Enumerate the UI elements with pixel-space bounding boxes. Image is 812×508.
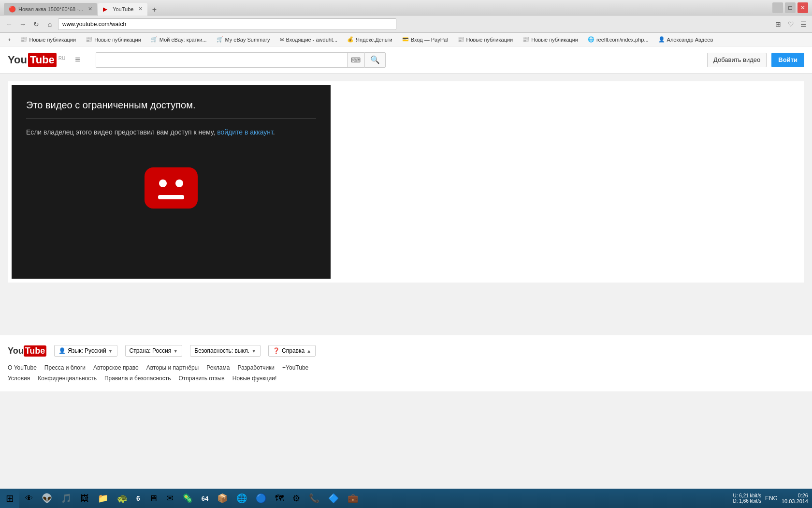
new-tab-button[interactable]: + <box>148 4 160 15</box>
svg-rect-0 <box>145 167 198 209</box>
bookmark-icon-10: 🌐 <box>588 36 594 43</box>
bookmark-10[interactable]: 🌐reefll.com/index.php... <box>584 35 652 44</box>
footer-link-rules[interactable]: Правила и безопасность <box>104 375 171 382</box>
safety-dropdown-arrow: ▼ <box>251 348 256 354</box>
youtube-header: YouTube RU ≡ ⌨ 🔍 Добавить видео Войти <box>0 46 812 74</box>
bookmark-icon-7: 💳 <box>402 36 409 43</box>
language-dropdown[interactable]: 👤 Язык: Русский ▼ <box>54 345 117 357</box>
footer-link-plus[interactable]: +YouTube <box>282 364 308 371</box>
bookmark-icon-5: ✉ <box>280 36 284 43</box>
footer-link-terms[interactable]: Условия <box>8 375 30 382</box>
country-dropdown[interactable]: Страна: Россия ▼ <box>125 345 183 357</box>
tab-close-1[interactable]: ✕ <box>88 6 92 12</box>
tab-inactive[interactable]: 🔴 Новая аква 1500*60*68 -... ✕ <box>4 3 97 15</box>
address-icons: ⊞ ♡ ☰ <box>773 19 808 29</box>
footer-logo: YouTube <box>8 345 46 357</box>
footer-link-privacy[interactable]: Конфиденциальность <box>38 375 97 382</box>
footer-link-copyright[interactable]: Авторское право <box>93 364 139 371</box>
tab-bar: 🔴 Новая аква 1500*60*68 -... ✕ ▶ YouTube… <box>4 0 160 15</box>
footer-link-creators[interactable]: Авторы и партнёры <box>146 364 199 371</box>
country-label: Страна: Россия <box>130 347 172 354</box>
error-text-before: Если владелец этого видео предоставил ва… <box>26 128 215 136</box>
footer-link-developers[interactable]: Разработчики <box>237 364 275 371</box>
lang-dropdown-arrow: ▼ <box>108 348 113 354</box>
tab-favicon-2: ▶ <box>103 6 110 13</box>
logo-lang: RU <box>58 56 65 61</box>
bookmark-6[interactable]: 💰Яндекс.Деньги <box>343 35 396 44</box>
footer-logo-you: You <box>8 346 24 356</box>
bookmark-4[interactable]: 🛒My eBay Summary <box>213 35 274 44</box>
bookmark-icon-6: 💰 <box>347 36 354 43</box>
bookmark-1[interactable]: 📰Новые публикации <box>16 35 80 44</box>
bookmark-icon-1: 📰 <box>20 36 27 43</box>
video-error-text: Если владелец этого видео предоставил ва… <box>26 128 316 136</box>
bookmark-5[interactable]: ✉Входящие - awduht... <box>276 35 342 44</box>
address-input[interactable] <box>58 18 396 30</box>
search-input[interactable] <box>96 52 347 68</box>
tab-active[interactable]: ▶ YouTube ✕ <box>98 3 147 15</box>
bookmark-9[interactable]: 📰Новые публикации <box>519 35 582 44</box>
safety-label: Безопасность: выкл. <box>194 347 249 354</box>
tab-title-2: YouTube <box>113 6 133 12</box>
footer-logo-tube: Tube <box>24 345 47 357</box>
header-right: Добавить видео Войти <box>707 53 804 67</box>
search-container: ⌨ 🔍 <box>96 52 386 68</box>
help-dropdown-arrow: ▲ <box>306 348 311 354</box>
help-dropdown[interactable]: ❓ Справка ▲ <box>268 345 316 357</box>
refresh-button[interactable]: ↻ <box>31 19 42 30</box>
bookmark-icon-3: 🛒 <box>151 36 158 43</box>
bookmark-icon-2: 📰 <box>86 36 92 43</box>
tab-favicon-1: 🔴 <box>9 6 15 13</box>
page-content: YouTube RU ≡ ⌨ 🔍 Добавить видео Войти Эт… <box>0 46 812 391</box>
user-icon: 👤 <box>58 347 66 354</box>
country-dropdown-arrow: ▼ <box>173 348 178 354</box>
menu-icon[interactable]: ☰ <box>798 19 808 29</box>
bookmark-8[interactable]: 📰Новые публикации <box>454 35 517 44</box>
bookmark-11[interactable]: 👤Александр Авдеев <box>654 35 717 44</box>
bookmark-add[interactable]: + <box>4 36 14 44</box>
svg-point-1 <box>159 179 167 187</box>
logo-tube: Tube <box>28 53 57 67</box>
keyboard-icon[interactable]: ⌨ <box>347 52 364 68</box>
help-label: Справка <box>282 347 304 354</box>
maximize-button[interactable]: □ <box>785 2 796 13</box>
signin-link[interactable]: войдите в аккаунт <box>217 128 273 136</box>
safety-dropdown[interactable]: Безопасность: выкл. ▼ <box>190 345 261 357</box>
bookmark-icon-8: 📰 <box>458 36 464 43</box>
grid-icon[interactable]: ⊞ <box>773 19 783 29</box>
footer-link-about[interactable]: О YouTube <box>8 364 37 371</box>
footer-link-new-features[interactable]: Новые функции! <box>232 375 277 382</box>
bookmark-3[interactable]: 🛒Мой eBay: кратки... <box>147 35 211 44</box>
bookmark-icon-11: 👤 <box>658 36 665 43</box>
video-player: Это видео с ограниченным доступом. Если … <box>12 85 331 279</box>
error-text-after: . <box>273 128 275 136</box>
footer-links-1: О YouTube Пресса и блоги Авторское право… <box>8 364 804 371</box>
back-button[interactable]: ← <box>4 19 14 30</box>
video-error-title: Это видео с ограниченным доступом. <box>26 100 316 119</box>
add-video-button[interactable]: Добавить видео <box>707 53 767 67</box>
menu-toggle-icon[interactable]: ≡ <box>75 55 80 65</box>
bookmark-7[interactable]: 💳Вход — PayPal <box>398 35 452 44</box>
svg-rect-3 <box>158 195 184 199</box>
forward-button[interactable]: → <box>17 19 28 30</box>
footer-link-feedback[interactable]: Отправить отзыв <box>178 375 224 382</box>
window-controls: — □ ✕ <box>772 2 808 13</box>
title-bar: 🔴 Новая аква 1500*60*68 -... ✕ ▶ YouTube… <box>0 0 812 15</box>
minimize-button[interactable]: — <box>772 2 783 13</box>
browser-chrome: 🔴 Новая аква 1500*60*68 -... ✕ ▶ YouTube… <box>0 0 812 391</box>
heart-icon[interactable]: ♡ <box>786 19 796 29</box>
tab-title-1: Новая аква 1500*60*68 -... <box>18 6 83 12</box>
bookmark-icon-4: 🛒 <box>217 36 223 43</box>
search-button[interactable]: 🔍 <box>364 52 386 68</box>
home-button[interactable]: ⌂ <box>44 19 55 30</box>
youtube-footer: YouTube 👤 Язык: Русский ▼ Страна: Россия… <box>0 335 812 391</box>
footer-link-press[interactable]: Пресса и блоги <box>44 364 86 371</box>
tab-close-2[interactable]: ✕ <box>138 6 143 12</box>
footer-link-ads[interactable]: Реклама <box>206 364 230 371</box>
bookmark-2[interactable]: 📰Новые публикации <box>82 35 145 44</box>
footer-links-2: Условия Конфиденциальность Правила и без… <box>8 375 804 382</box>
close-button[interactable]: ✕ <box>798 2 808 13</box>
youtube-logo[interactable]: YouTube RU <box>8 53 65 67</box>
signin-button[interactable]: Войти <box>771 53 804 67</box>
bookmark-icon-9: 📰 <box>522 36 529 43</box>
